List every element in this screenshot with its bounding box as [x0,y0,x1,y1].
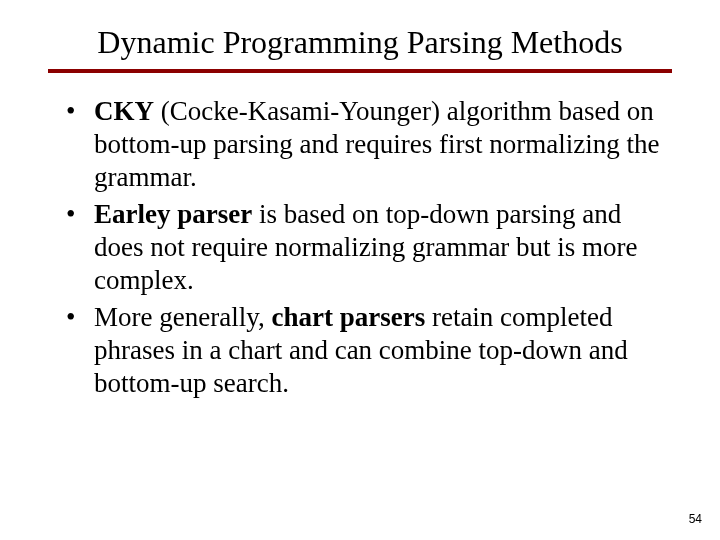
slide-title: Dynamic Programming Parsing Methods [48,24,672,61]
bullet-item: Earley parser is based on top-down parsi… [66,198,672,297]
slide: Dynamic Programming Parsing Methods CKY … [0,0,720,540]
bullet-bold: Earley parser [94,199,252,229]
bullet-bold: CKY [94,96,154,126]
page-number: 54 [689,512,702,526]
bullet-bold: chart parsers [271,302,425,332]
bullet-list: CKY (Cocke-Kasami-Younger) algorithm bas… [66,95,672,399]
bullet-item: CKY (Cocke-Kasami-Younger) algorithm bas… [66,95,672,194]
title-underline [48,69,672,73]
bullet-text: (Cocke-Kasami-Younger) algorithm based o… [94,96,659,192]
bullet-pre: More generally, [94,302,271,332]
bullet-item: More generally, chart parsers retain com… [66,301,672,400]
